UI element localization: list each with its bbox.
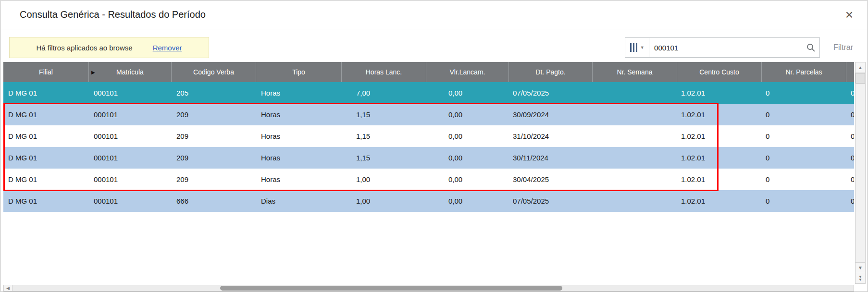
cell: 07/05/2025 <box>509 82 593 104</box>
cell: 0 <box>762 190 846 212</box>
cell: 000101 <box>89 190 172 212</box>
cell: 0 <box>762 104 846 125</box>
cell: 0 <box>762 125 846 147</box>
cell: 000101 <box>89 125 172 147</box>
cell: Horas <box>256 169 342 190</box>
column-header-label: Centro Custo <box>699 68 739 76</box>
column-header-centro-custo[interactable]: Centro Custo <box>677 62 762 82</box>
page-title: Consulta Genérica - Resultados do Períod… <box>20 9 206 20</box>
cell: 07/05/2025 <box>509 190 593 212</box>
vertical-scrollbar[interactable]: ▲ ▼ ▼▼ <box>855 62 866 284</box>
cell: 1,15 <box>342 125 426 147</box>
cell: 1,00 <box>342 190 426 212</box>
clipped-cell: 0 <box>846 190 854 212</box>
cell: 1,15 <box>342 147 426 169</box>
table-header-row: Filial▶MatriculaCodigo VerbaTipoHoras La… <box>3 62 854 82</box>
cell: 0,00 <box>426 190 509 212</box>
horizontal-scroll-track[interactable] <box>12 285 854 291</box>
horizontal-scrollbar[interactable]: ◀ <box>3 285 854 292</box>
column-header-nr-parcelas[interactable]: Nr. Parcelas <box>762 62 846 82</box>
dialog-titlebar: Consulta Genérica - Resultados do Períod… <box>0 0 868 29</box>
chevron-down-icon: ▼ <box>640 45 645 50</box>
cell: Horas <box>256 104 342 125</box>
search-input[interactable] <box>649 38 802 57</box>
cell: 0,00 <box>426 104 509 125</box>
cell: 666 <box>172 190 256 212</box>
cell: D MG 01 <box>3 125 89 147</box>
columns-icon <box>630 43 637 52</box>
cell <box>593 190 677 212</box>
cell: D MG 01 <box>3 82 89 104</box>
cell: D MG 01 <box>3 190 89 212</box>
cell: 209 <box>172 147 256 169</box>
clipped-cell: 0 <box>846 82 854 104</box>
cell: 0,00 <box>426 125 509 147</box>
column-header-label: Nr. Parcelas <box>785 68 822 76</box>
cell: D MG 01 <box>3 169 89 190</box>
column-header-vlr-lancam[interactable]: Vlr.Lancam. <box>426 62 509 82</box>
scroll-down-button[interactable]: ▼ <box>856 262 865 273</box>
scroll-to-end-button[interactable]: ▼▼ <box>856 273 865 283</box>
vertical-scroll-thumb[interactable] <box>856 73 865 84</box>
cell: 209 <box>172 169 256 190</box>
table-body: D MG 01000101205Horas7,000,0007/05/20251… <box>3 82 854 212</box>
clipped-cell: 0 <box>846 169 854 190</box>
cell <box>593 125 677 147</box>
column-header-label: Matricula <box>116 68 144 76</box>
cell: 30/11/2024 <box>509 147 593 169</box>
double-down-icon: ▼▼ <box>858 276 862 281</box>
close-icon[interactable]: × <box>845 8 853 22</box>
vertical-scroll-track[interactable] <box>856 84 865 262</box>
cell: 000101 <box>89 82 172 104</box>
cell: 1,15 <box>342 104 426 125</box>
table-row[interactable]: D MG 01000101209Horas1,150,0030/09/20241… <box>3 104 854 125</box>
scroll-left-button[interactable]: ◀ <box>4 285 12 291</box>
column-header-dt-pagto[interactable]: Dt. Pagto. <box>509 62 593 82</box>
column-picker-button[interactable]: ▼ <box>625 37 649 58</box>
column-header-tipo[interactable]: Tipo <box>256 62 342 82</box>
column-header-label: Tipo <box>292 68 305 76</box>
cell <box>593 104 677 125</box>
sort-marker-icon: ▶ <box>91 70 95 75</box>
cell: 1.02.01 <box>677 125 762 147</box>
cell: 1.02.01 <box>677 169 762 190</box>
generic-query-dialog: Consulta Genérica - Resultados do Períod… <box>0 0 868 292</box>
cell: 1.02.01 <box>677 147 762 169</box>
clipped-cell: 0 <box>846 147 854 169</box>
column-header-horas-lanc[interactable]: Horas Lanc. <box>342 62 426 82</box>
search-box <box>649 37 820 58</box>
column-header-label: Dt. Pagto. <box>535 68 565 76</box>
search-cluster: ▼ Filtrar <box>625 37 853 58</box>
column-header-label: Horas Lanc. <box>366 68 402 76</box>
cell: 1,00 <box>342 169 426 190</box>
filtrar-button[interactable]: Filtrar <box>833 43 853 52</box>
applied-filters-banner: Há filtros aplicados ao browse Remover <box>9 37 209 58</box>
cell: Horas <box>256 147 342 169</box>
cell: 0,00 <box>426 169 509 190</box>
column-header-filial[interactable]: Filial <box>3 62 89 82</box>
table-row[interactable]: D MG 01000101205Horas7,000,0007/05/20251… <box>3 82 854 104</box>
cell <box>593 147 677 169</box>
cell: Horas <box>256 82 342 104</box>
cell: 000101 <box>89 104 172 125</box>
cell: 205 <box>172 82 256 104</box>
search-icon[interactable] <box>802 43 819 52</box>
table-row[interactable]: D MG 01000101209Horas1,150,0030/11/20241… <box>3 147 854 169</box>
column-header-matricula[interactable]: ▶Matricula <box>89 62 172 82</box>
remove-filters-link[interactable]: Remover <box>153 44 182 52</box>
cell: 0,00 <box>426 147 509 169</box>
cell: 0 <box>762 147 846 169</box>
cell: D MG 01 <box>3 147 89 169</box>
column-header-codigo-verba[interactable]: Codigo Verba <box>172 62 256 82</box>
scroll-up-button[interactable]: ▲ <box>856 62 865 73</box>
cell <box>593 169 677 190</box>
column-header-nr-semana[interactable]: Nr. Semana <box>593 62 677 82</box>
results-grid: Filial▶MatriculaCodigo VerbaTipoHoras La… <box>3 62 854 212</box>
cell: D MG 01 <box>3 104 89 125</box>
table-row[interactable]: D MG 01000101666Dias1,000,0007/05/20251.… <box>3 190 854 212</box>
table-row[interactable]: D MG 01000101209Horas1,000,0030/04/20251… <box>3 169 854 190</box>
horizontal-scroll-thumb[interactable] <box>220 286 562 291</box>
cell: 1.02.01 <box>677 190 762 212</box>
table-row[interactable]: D MG 01000101209Horas1,150,0031/10/20241… <box>3 125 854 147</box>
column-header-label: Vlr.Lancam. <box>450 68 485 76</box>
